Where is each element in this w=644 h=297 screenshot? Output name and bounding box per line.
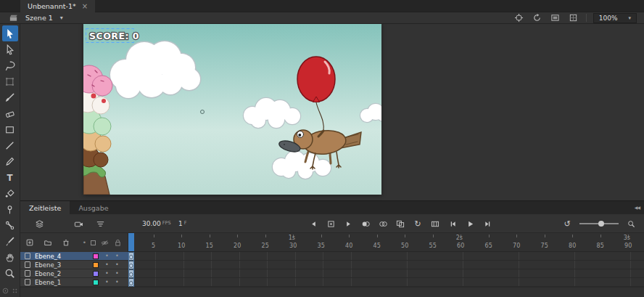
timeline-zoom-icon[interactable] [625, 218, 637, 229]
frame-row-ebene_4[interactable] [128, 252, 644, 261]
frame-row-ebene_3[interactable] [128, 261, 644, 269]
tab-ausgabe[interactable]: Ausgabe [70, 201, 117, 214]
stage-bounds-icon[interactable] [568, 13, 579, 23]
collapse-panel-icon[interactable]: ◀◀ [635, 205, 640, 210]
lock-column-icon[interactable] [114, 238, 122, 247]
zoom-level-dropdown[interactable]: 100% ▾ [593, 13, 637, 23]
show-hide-column-icon[interactable] [100, 239, 110, 247]
zoom-tool[interactable] [2, 265, 18, 281]
timeline-zoom-slider[interactable] [579, 220, 619, 227]
svg-text:T: T [7, 172, 12, 182]
layer-lock-dot[interactable]: • [115, 270, 119, 277]
hand-tool[interactable] [2, 249, 18, 265]
outline-column-icon[interactable] [91, 240, 96, 245]
lasso-tool[interactable] [2, 57, 18, 73]
layer-row-ebene_2[interactable]: Ebene_2•• [20, 269, 128, 278]
layer-page-icon [25, 270, 30, 277]
selection-tool[interactable] [2, 25, 18, 41]
drag-handle-icon[interactable] [12, 288, 18, 294]
frame-rate-display[interactable]: 30.00FPS [142, 220, 171, 227]
ruler-frame-number: 90 [624, 243, 632, 249]
delete-layer-icon[interactable] [60, 237, 72, 248]
subselection-tool[interactable] [2, 41, 18, 57]
step-forward-icon[interactable] [482, 218, 493, 229]
center-stage-icon[interactable] [513, 13, 525, 23]
tab-zeitleiste[interactable]: Zeitleiste [20, 201, 70, 214]
frame-row-ebene_1[interactable] [128, 278, 644, 287]
chevron-down-icon[interactable]: ▾ [60, 15, 63, 21]
previous-frame-icon[interactable] [307, 218, 319, 229]
timeline-zoom-reset-icon[interactable]: ↺ [561, 218, 573, 229]
layer-outline-color-swatch[interactable] [93, 253, 99, 259]
eyedropper-tool[interactable] [2, 233, 18, 249]
edit-multiple-frames-icon[interactable] [395, 218, 406, 229]
free-transform-tool[interactable] [2, 73, 18, 89]
onion-skin-icon[interactable] [360, 218, 371, 229]
layer-name[interactable]: Ebene_3 [35, 261, 61, 269]
layer-name[interactable]: Ebene_1 [35, 279, 61, 286]
rectangle-tool[interactable] [2, 121, 18, 137]
clip-content-icon[interactable] [550, 13, 561, 23]
frame-row-ebene_2[interactable] [128, 269, 644, 278]
close-icon[interactable]: × [82, 2, 88, 10]
layer-row-ebene_3[interactable]: Ebene_3•• [20, 261, 128, 269]
stage-pasteboard[interactable]: SCORE: 0 [20, 24, 644, 200]
add-layer-icon[interactable] [24, 237, 36, 248]
layer-depth-icon[interactable] [94, 218, 106, 229]
ruler-frame-number: 45 [373, 243, 381, 249]
document-tab[interactable]: Unbenannt-1* × [20, 0, 95, 12]
ruler-tick [237, 235, 238, 237]
layer-lock-dot[interactable]: • [115, 253, 119, 259]
scene-name: Szene 1 [25, 14, 53, 22]
layer-name[interactable]: Ebene_4 [35, 253, 61, 260]
layer-row-ebene_4[interactable]: Ebene_4•• [20, 252, 128, 261]
ruler-tick [321, 235, 322, 237]
layer-visibility-dot[interactable]: • [105, 261, 109, 268]
chevron-down-icon: ▾ [628, 15, 631, 21]
eraser-tool[interactable] [2, 105, 18, 121]
text-tool[interactable]: T [2, 169, 18, 185]
layer-outline-color-swatch[interactable] [93, 271, 99, 277]
loop-icon[interactable]: ↻ [412, 218, 424, 229]
line-tool[interactable] [2, 137, 18, 153]
play-icon[interactable] [464, 218, 476, 229]
camera-icon[interactable] [73, 218, 84, 229]
step-back-icon[interactable] [447, 218, 458, 229]
ruler-tick [377, 235, 378, 237]
layer-visibility-dot[interactable]: • [105, 279, 109, 285]
score-text-object[interactable]: SCORE: 0 [86, 29, 140, 43]
layer-outline-color-swatch[interactable] [93, 280, 99, 285]
ruler-tick [154, 235, 154, 237]
onion-skin-outline-icon[interactable] [377, 218, 389, 229]
current-frame-display[interactable]: 1F [178, 220, 186, 227]
highlight-column-icon[interactable]: • [83, 239, 86, 246]
layer-name[interactable]: Ebene_2 [35, 270, 61, 277]
layer-lock-dot[interactable]: • [115, 279, 119, 285]
playhead[interactable] [128, 233, 134, 252]
layer-outline-color-swatch[interactable] [93, 262, 99, 268]
frames-grid[interactable] [128, 252, 644, 287]
frame-ruler[interactable]: 510152025303540455055606570758085901s2s3… [128, 233, 644, 252]
center-frame-icon[interactable] [325, 218, 337, 229]
document-tab-bar: Unbenannt-1* × [0, 0, 644, 12]
layers-icon[interactable] [33, 218, 45, 229]
film-frame-icon[interactable] [429, 218, 441, 229]
layer-lock-dot[interactable]: • [115, 261, 119, 268]
add-folder-icon[interactable] [42, 237, 54, 248]
brush-tool[interactable] [2, 89, 18, 105]
rotation-icon[interactable] [532, 13, 543, 23]
layer-visibility-dot[interactable]: • [105, 253, 109, 259]
slider-handle[interactable] [598, 221, 604, 227]
toolbar-options-icon[interactable] [1, 287, 9, 295]
bone-tool[interactable] [2, 217, 18, 233]
layer-visibility-dot[interactable]: • [105, 270, 109, 277]
paint-bucket-tool[interactable] [2, 185, 18, 201]
stage-canvas[interactable]: SCORE: 0 [83, 24, 381, 195]
timeline-tab-bar: Zeitleiste Ausgabe ◀◀ [20, 201, 644, 214]
next-frame-icon[interactable] [342, 218, 354, 229]
zoom-value: 100% [599, 15, 618, 22]
pencil-tool[interactable] [2, 153, 18, 169]
asset-warp-tool[interactable] [2, 201, 18, 217]
ruler-tick [489, 235, 490, 237]
layer-row-ebene_1[interactable]: Ebene_1•• [20, 278, 128, 287]
